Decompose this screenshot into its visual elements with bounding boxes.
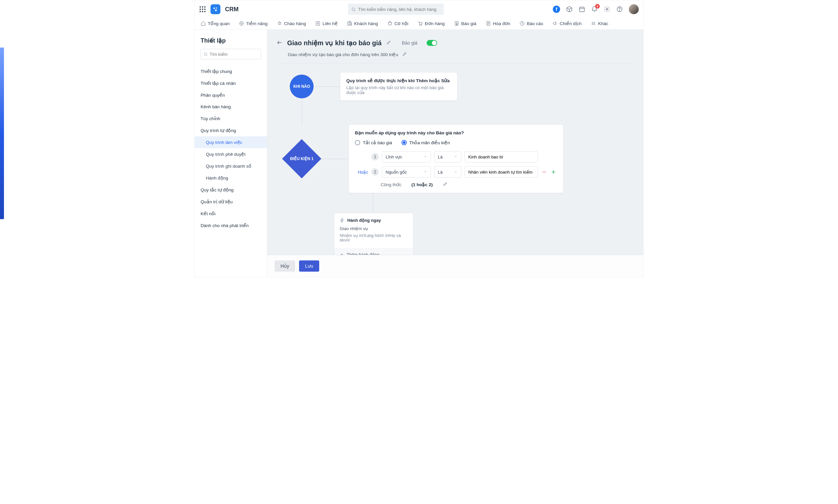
svg-point-15 (317, 22, 318, 23)
svg-point-0 (213, 7, 215, 9)
rule-number: 2 (372, 168, 379, 176)
sidebar-item[interactable]: Quản trị dữ liệu (195, 196, 267, 208)
divider (277, 64, 634, 64)
edit-title-icon[interactable] (386, 40, 391, 46)
svg-point-20 (421, 25, 422, 25)
sidebar-search-input[interactable] (209, 52, 258, 57)
package-icon[interactable] (566, 6, 572, 13)
radio-all[interactable]: Tất cả báo giá (355, 140, 392, 145)
condition-prompt: Bạn muốn áp dụng quy trình này cho Báo g… (355, 130, 557, 135)
nav-more[interactable]: Khác (591, 21, 608, 26)
sidebar-item[interactable]: Dành cho nhà phát triển (195, 219, 267, 231)
rule-1-operator[interactable]: Là (434, 151, 461, 162)
plus-icon (340, 252, 344, 255)
nav-overview[interactable]: Tổng quan (201, 21, 230, 26)
cancel-button[interactable]: Hủy (275, 260, 295, 272)
nav-contact[interactable]: Liên hệ (315, 21, 338, 26)
remove-rule-icon[interactable] (541, 169, 547, 175)
add-action-button[interactable]: Thêm hành động (335, 249, 413, 255)
sidebar-item[interactable]: Quy trình phê duyệt (195, 148, 267, 160)
save-button[interactable]: Lưu (299, 260, 319, 272)
nav-lead[interactable]: Tiềm năng (239, 21, 268, 26)
module-chip: Báo giá (402, 40, 417, 46)
main-nav: Tổng quan Tiềm năng Chào hàng Liên hệ Kh… (195, 18, 643, 30)
rule-1-field[interactable]: Lĩnh vực (382, 151, 431, 162)
formula-label: Công thức (381, 182, 401, 187)
page-title: Giao nhiệm vụ khi tạo báo giá (287, 39, 382, 47)
svg-rect-18 (350, 22, 352, 25)
sidebar-item[interactable]: Hành động (195, 172, 267, 184)
formula-value: (1 hoặc 2) (411, 182, 433, 187)
bolt-icon (340, 218, 345, 223)
rule-2-field[interactable]: Nguồn gốc (382, 166, 431, 178)
app-logo-icon (210, 4, 220, 14)
svg-rect-16 (348, 22, 349, 25)
sidebar-item[interactable]: Quy trình làm việc (195, 136, 267, 148)
svg-point-9 (606, 8, 608, 10)
global-search[interactable] (348, 4, 444, 15)
back-arrow-icon[interactable] (277, 40, 283, 47)
nav-order[interactable]: Đơn hàng (418, 21, 445, 26)
bell-icon[interactable]: 2 (591, 6, 598, 13)
sidebar-item[interactable]: Phân quyền (195, 89, 267, 101)
help-icon[interactable] (616, 6, 623, 13)
nav-label: Chiến dịch (560, 21, 582, 26)
nav-label: Báo giá (461, 21, 477, 26)
global-search-input[interactable] (358, 7, 440, 12)
sidebar-item[interactable]: Quy tắc tự động (195, 184, 267, 196)
apps-grid-icon[interactable] (199, 6, 206, 13)
page-description: Giao nhiệm vụ tạo báo giá cho đơn hàng t… (288, 52, 398, 57)
nav-campaign[interactable]: Chiến dịch (552, 21, 582, 26)
when-card-subtitle: Lặp lại quy trình này bất cứ khi nào có … (346, 85, 451, 95)
notif-badge: 2 (595, 4, 600, 8)
sidebar-search[interactable] (201, 49, 261, 59)
svg-point-11 (619, 11, 620, 11)
svg-line-34 (206, 55, 207, 56)
nav-offer[interactable]: Chào hàng (277, 21, 306, 26)
edit-desc-icon[interactable] (402, 52, 407, 57)
nav-quote[interactable]: $Báo giá (454, 21, 477, 26)
user-avatar[interactable] (629, 4, 639, 14)
nav-label: Đơn hàng (425, 21, 445, 26)
when-node[interactable]: KHI NÀO (290, 75, 313, 98)
action-card-title: Hành động ngay (347, 218, 381, 223)
when-card[interactable]: Quy trình sẽ được thực hiện khi Thêm hoặ… (340, 72, 457, 101)
sidebar-item[interactable]: Tùy chỉnh (195, 112, 267, 124)
nav-label: Khác (598, 21, 608, 26)
sidebar-item[interactable]: Kênh bán hàng (195, 101, 267, 112)
sidebar-item[interactable]: Quy trình ghi doanh số (195, 160, 267, 172)
svg-point-12 (240, 21, 243, 25)
rule-number: 1 (372, 153, 379, 160)
condition-card: Bạn muốn áp dụng quy trình này cho Báo g… (348, 124, 563, 193)
condition-node[interactable]: ĐIỀU KIỆN 1 (282, 139, 322, 179)
rule-1-value[interactable] (465, 151, 538, 162)
svg-point-1 (216, 7, 217, 8)
or-label: Hoặc (355, 170, 368, 175)
top-bar: CRM f 2 (195, 0, 643, 18)
nav-report[interactable]: Báo cáo (519, 21, 543, 26)
sidebar-item[interactable]: Thiết lập cá nhân (195, 77, 267, 89)
rule-2-operator[interactable]: Là (434, 166, 461, 178)
sidebar-item[interactable]: Quy trình tự động (195, 124, 267, 136)
nav-invoice[interactable]: Hóa đơn (486, 21, 511, 26)
nav-label: Báo cáo (527, 21, 543, 26)
search-icon (204, 52, 207, 56)
calendar-icon[interactable] (579, 6, 585, 13)
sidebar-item[interactable]: Thiết lập chung (195, 65, 267, 77)
svg-point-2 (215, 9, 217, 11)
rule-2-value[interactable] (465, 166, 538, 178)
when-card-title: Quy trình sẽ được thực hiện khi Thêm hoặ… (346, 78, 451, 83)
facebook-icon[interactable]: f (553, 6, 560, 13)
search-icon (351, 7, 356, 12)
nav-opportunity[interactable]: Cơ hội (387, 21, 408, 26)
gear-icon[interactable] (604, 6, 610, 13)
svg-text:$: $ (456, 23, 457, 25)
sidebar-item[interactable]: Kết nối (195, 208, 267, 219)
edit-formula-icon[interactable] (443, 182, 448, 187)
radio-match[interactable]: Thỏa mãn điều kiện (401, 140, 450, 145)
enabled-toggle[interactable] (427, 40, 437, 46)
nav-customer[interactable]: Khách hàng (347, 21, 378, 26)
action-card[interactable]: Hành động ngay Giao nhiệm vụ Nhiệm vụ ##… (334, 213, 413, 255)
page-edge-accent (0, 48, 4, 219)
add-rule-icon[interactable] (550, 169, 557, 175)
